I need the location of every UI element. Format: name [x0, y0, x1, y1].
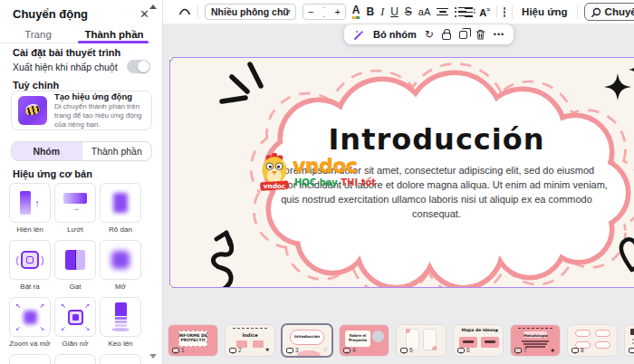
effect-label: Giãn nở — [62, 340, 89, 348]
lift-glyph — [111, 302, 130, 331]
wipe-glyph — [65, 250, 85, 270]
text-effects-icon[interactable] — [504, 7, 505, 17]
strikethrough-button[interactable]: S — [405, 6, 412, 17]
fade-glyph — [113, 193, 128, 213]
effect-label: Rõ dần — [109, 225, 132, 234]
magic-card-title: Tạo hiệu ứng động — [54, 91, 145, 101]
settings-heading: Cài đặt bài thuyết trình — [13, 47, 120, 58]
magic-wand-icon[interactable] — [353, 29, 365, 41]
text-toolbar: Nhiều phông chữ − -- + A B I U S aA A≈ H… — [163, 0, 634, 24]
slide-thumbnail-8[interactable]: 8 — [568, 325, 617, 356]
font-size-value: -- — [318, 3, 330, 21]
lock-icon[interactable] — [442, 33, 451, 40]
scroll-up-icon[interactable] — [149, 5, 157, 9]
rotate-icon[interactable]: ↻ — [425, 29, 434, 40]
ungroup-button[interactable]: Bỏ nhóm — [373, 29, 417, 40]
font-size-stepper[interactable]: − -- + — [303, 4, 346, 20]
effect-lift[interactable] — [100, 297, 141, 337]
heart-decoration: ♡ — [323, 346, 328, 352]
sparkle-icon[interactable] — [629, 61, 634, 79]
click-appear-toggle[interactable] — [127, 60, 150, 73]
font-size-decrease[interactable]: − — [303, 6, 318, 17]
expand-glyph — [68, 310, 83, 325]
click-appear-label: Xuất hiện khi nhấp chuột — [13, 62, 118, 72]
pan-glyph: → — [63, 193, 87, 213]
emphasis-marks[interactable] — [216, 59, 271, 109]
effect-label: Hiện lên — [16, 225, 43, 234]
close-icon[interactable]: ✕ — [139, 8, 149, 20]
tab-page[interactable]: Trang — [0, 24, 76, 47]
trash-icon[interactable] — [476, 29, 485, 40]
slide-thumbnail-9[interactable]: 9 — [625, 325, 634, 356]
underline-button[interactable]: U — [390, 6, 399, 17]
star-decoration: ★ — [551, 347, 555, 353]
more-options-button[interactable]: ••• — [494, 31, 504, 39]
slide-thumbnail-2[interactable]: Índice ★ 2 — [226, 325, 274, 356]
effect-expand[interactable]: ↖↗ ↙↘ — [54, 297, 96, 337]
effect-label: Bật ra — [20, 283, 39, 291]
slide-canvas[interactable]: Introducción Lorem ipsum dolor sit amet,… — [169, 57, 634, 288]
sparkle-icon[interactable] — [604, 73, 631, 101]
slide-thumbnail-7[interactable]: Metodología ★ 7 — [511, 325, 560, 356]
effects-grid: ↑ Hiện lên → Lướt Rõ dần ( ) — [9, 183, 145, 364]
curly-arrow[interactable] — [202, 218, 244, 288]
effect-zoom[interactable]: ↖↗ ↙↘ — [9, 297, 51, 337]
effect-tile-partial[interactable] — [54, 354, 96, 364]
panel-title: Chuyển động — [13, 7, 88, 21]
effect-pan[interactable]: → — [54, 183, 96, 223]
magic-card-desc: Di chuyển thành phần trên trang để tạo h… — [54, 102, 145, 129]
rise-glyph — [20, 191, 31, 215]
font-size-increase[interactable]: + — [330, 6, 344, 17]
breathe-glyph — [111, 251, 130, 269]
curve-text-icon[interactable] — [178, 6, 191, 17]
page-bubble-icon — [343, 348, 351, 353]
bold-button[interactable]: B — [366, 6, 374, 17]
workspace: Bỏ nhóm ↻ ••• — [163, 24, 634, 319]
slide-thumbnail-1[interactable]: INFORME DE PROYECTO 1 — [168, 325, 217, 356]
create-animation-card[interactable]: Tạo hiệu ứng động Di chuyển thành phần t… — [11, 91, 152, 130]
selection-context-toolbar: Bỏ nhóm ↻ ••• — [344, 24, 514, 44]
vndoc-logo-text: vndoc — [293, 154, 357, 177]
target-segmented-control: Nhóm Thành phần — [11, 141, 152, 161]
page-bubble-icon — [514, 348, 522, 353]
slide-thumbnail-3-selected[interactable]: Introducción ♡ 3 — [283, 325, 331, 356]
page-bubble-icon — [172, 348, 179, 353]
segment-element[interactable]: Thành phần — [82, 142, 152, 160]
effect-rise[interactable]: ↑ — [9, 183, 51, 223]
effect-breathe[interactable] — [100, 240, 141, 280]
customize-heading: Tuỳ chỉnh — [13, 80, 59, 91]
effect-fade[interactable] — [100, 183, 141, 223]
font-family-selector[interactable]: Nhiều phông chữ — [205, 4, 296, 20]
heart-outline[interactable] — [615, 235, 634, 276]
pop-glyph — [21, 251, 39, 269]
svg-text:vndoc: vndoc — [264, 182, 286, 190]
alignment-button[interactable] — [437, 8, 448, 16]
effect-pop[interactable]: ( ) — [9, 240, 51, 280]
duplicate-icon[interactable] — [459, 31, 467, 39]
slide-filmstrip: INFORME DE PROYECTO 1 Índice ★ 2 Introdu… — [163, 319, 634, 364]
scroll-down-icon[interactable] — [149, 354, 157, 359]
effect-tile-partial[interactable] — [100, 354, 141, 364]
effect-label: Lướt — [67, 225, 82, 234]
effect-label: Kéo lên — [108, 340, 132, 348]
animate-button[interactable]: Chuyển động — [584, 3, 634, 21]
text-case-button[interactable]: aA — [418, 7, 430, 17]
page-bubble-icon — [572, 348, 579, 353]
effect-tile-partial[interactable] — [9, 354, 51, 364]
basic-effects-heading: Hiệu ứng cơ bản — [13, 168, 92, 179]
letter-spacing-button[interactable]: A≈ — [479, 6, 490, 18]
active-tab-underline — [78, 41, 149, 43]
text-color-button[interactable]: A — [352, 5, 360, 19]
effect-wipe[interactable] — [54, 240, 96, 280]
slide-thumbnail-6[interactable]: Mapa de Ideas ★ 6 — [454, 325, 503, 356]
divider — [512, 5, 513, 18]
toggle-knob — [138, 61, 149, 72]
divider — [197, 5, 198, 18]
tab-element[interactable]: Thành phần — [76, 24, 152, 47]
italic-button[interactable]: I — [380, 6, 384, 17]
slide-thumbnail-5[interactable]: 5 — [397, 325, 446, 356]
effects-button[interactable]: Hiệu ứng — [519, 5, 571, 19]
slide-thumbnail-4[interactable]: Sobre el Proyecto 4 — [340, 325, 389, 356]
segment-group[interactable]: Nhóm — [12, 142, 82, 160]
divider — [577, 5, 578, 18]
